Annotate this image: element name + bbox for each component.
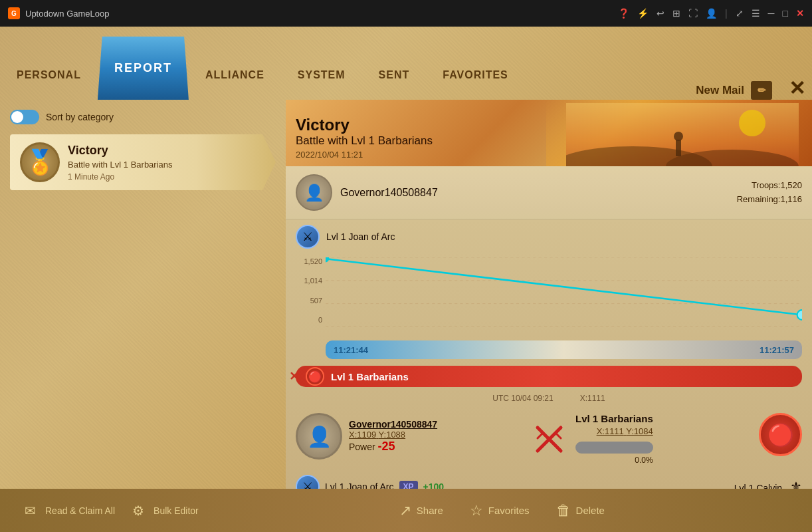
chart-y-labels: 1,520 1,014 507 0 (296, 257, 322, 324)
header-background-art (566, 103, 799, 166)
y-label-mid1: 1,014 (296, 277, 322, 285)
user-icon[interactable]: 👤 (706, 8, 717, 19)
mail-title: Victory (68, 144, 266, 158)
flash-icon[interactable]: ⚡ (637, 8, 649, 19)
battle-swords-icon (529, 419, 569, 459)
read-claim-label: Read & Claim All (45, 505, 115, 516)
enemy-avatar: 🔴 (759, 413, 802, 456)
commander-bottom-row: ⚔ Lvl 1 Joan of Arc XP +100 Lvl 1 Calvin… (286, 471, 812, 489)
barbarians-bar: 🔴 Lvl 1 Barbarians (296, 366, 802, 387)
health-pct: 0.0% (575, 456, 653, 465)
tab-report[interactable]: REPORT (98, 37, 189, 100)
attacker-commander: ⚔ Lvl 1 Joan of Arc XP +100 (296, 475, 444, 489)
delete-button[interactable]: 🗑 Delete (556, 502, 605, 519)
bulk-editor-button[interactable]: ⚙ Bulk Editor (128, 501, 199, 521)
sort-toggle[interactable] (10, 110, 39, 124)
battle-utc: UTC 10/04 09:21 (492, 394, 553, 403)
star-icon: ☆ (470, 502, 483, 519)
xp-badge: XP (399, 481, 418, 489)
favorites-button[interactable]: ☆ Favorites (470, 502, 530, 519)
chart-container: 1,520 1,014 507 0 (296, 257, 802, 337)
help-icon[interactable]: ❓ (618, 8, 629, 19)
barbarians-section: 🔴 Lvl 1 Barbarians ✕ (296, 366, 802, 387)
tab-personal[interactable]: PERSONAL (0, 50, 98, 100)
title-bar: G Uptodown GameLoop ❓ ⚡ ↩ ⊞ ⛶ 👤 | ⤢ ☰ ─ … (0, 0, 812, 27)
delete-label: Delete (576, 505, 605, 516)
x-mark: ✕ (289, 369, 299, 384)
sort-label: Sort by category (46, 112, 114, 122)
barbarian-icon: 🔴 (306, 367, 324, 386)
battle-result: 👤 Governor140508847 X:1109 Y:1088 Power … (286, 406, 812, 471)
title-bar-controls: ❓ ⚡ ↩ ⊞ ⛶ 👤 | ⤢ ☰ ─ □ ✕ (618, 8, 804, 19)
trash-icon: 🗑 (556, 502, 571, 519)
attacker-commander-name: Lvl 1 Joan of Arc (325, 481, 394, 489)
minimize-icon[interactable]: ─ (768, 8, 775, 19)
menu-icon[interactable]: ☰ (752, 8, 760, 19)
main-close-button[interactable]: ✕ (782, 76, 812, 100)
compose-button[interactable]: ✏ (751, 81, 772, 100)
detail-title-block: Victory Battle with Lvl 1 Barbarians 202… (296, 116, 433, 160)
tab-alliance[interactable]: ALLIANCE (189, 50, 281, 100)
svg-rect-4 (676, 140, 681, 156)
read-claim-button[interactable]: ✉ Read & Claim All (20, 501, 115, 521)
commander-icon: ⚔ (296, 225, 320, 249)
share-button[interactable]: ↗ Share (399, 502, 443, 519)
mail-icon (20, 142, 60, 182)
grid-icon[interactable]: ⊞ (672, 8, 680, 19)
share-icon: ↗ (399, 502, 411, 519)
resize-icon[interactable]: ⤢ (736, 8, 744, 19)
result-attacker-coords: X:1109 Y:1088 (349, 430, 522, 440)
svg-point-11 (797, 310, 802, 320)
barbarian-name: Lvl 1 Barbarians (331, 371, 409, 382)
undo-icon[interactable]: ↩ (657, 8, 664, 19)
tab-sent[interactable]: SENT (362, 50, 427, 100)
mail-info: Victory Battle with Lvl 1 Barbarians 1 M… (68, 144, 266, 182)
detail-header: Victory Battle with Lvl 1 Barbarians 202… (286, 100, 812, 166)
tab-favorites[interactable]: FAVORITES (426, 50, 525, 100)
expand-icon[interactable]: ⛶ (688, 8, 698, 19)
new-mail-section: New Mail ✏ (686, 81, 782, 100)
time-end: 11:21:57 (760, 345, 794, 355)
chart-svg (326, 257, 802, 327)
svg-point-1 (739, 110, 765, 136)
health-bar (575, 442, 653, 454)
governor-avatar: 👤 (296, 174, 332, 211)
chart-time-bar: 11:21:44 11:21:57 (326, 340, 802, 359)
sort-bar: Sort by category (10, 110, 276, 124)
app-icon: G (8, 7, 20, 19)
result-right: Lvl 1 Barbarians X:1111 Y:1084 0.0% 🔴 (575, 413, 802, 465)
new-mail-label: New Mail (696, 84, 744, 97)
defender-commander: Lvl 1 Calvin ⚜ (734, 479, 802, 489)
victory-badge (23, 146, 56, 179)
read-claim-icon: ✉ (20, 501, 40, 521)
titlebar-close-button[interactable]: ✕ (796, 8, 804, 19)
result-avatar: 👤 (296, 413, 342, 460)
detail-panel: Victory Battle with Lvl 1 Barbarians 202… (286, 100, 812, 489)
bulk-editor-icon: ⚙ (128, 501, 148, 521)
main-content: PERSONAL REPORT ALLIANCE SYSTEM SENT FAV… (0, 27, 812, 532)
chart-area: 1,520 1,014 507 0 (286, 254, 812, 359)
detail-subtitle: Battle with Lvl 1 Barbarians (296, 134, 433, 148)
result-power: Power -25 (349, 440, 522, 454)
tabs-row: PERSONAL REPORT ALLIANCE SYSTEM SENT FAV… (0, 27, 812, 100)
mail-time: 1 Minute Ago (68, 172, 266, 182)
app-name: Uptodown GameLoop (25, 9, 109, 19)
y-label-max: 1,520 (296, 257, 322, 265)
commander-row: ⚔ Lvl 1 Joan of Arc (286, 219, 812, 254)
battle-info: UTC 10/04 09:21 X:1111 (286, 394, 812, 403)
defender-commander-icon: ⚜ (790, 479, 802, 489)
troops-label: Troops:1,520 (737, 179, 802, 193)
bulk-editor-label: Bulk Editor (153, 505, 199, 516)
result-governor: 👤 Governor140508847 X:1109 Y:1088 Power … (296, 413, 522, 460)
mail-item[interactable]: Victory Battle with Lvl 1 Barbarians 1 M… (10, 134, 276, 190)
y-label-mid2: 507 (296, 297, 322, 305)
svg-point-5 (674, 132, 683, 141)
result-defender-info: Lvl 1 Barbarians X:1111 Y:1084 0.0% (575, 413, 653, 465)
y-label-min: 0 (296, 316, 322, 324)
tab-system[interactable]: SYSTEM (281, 50, 362, 100)
enemy-coords: X:1111 Y:1084 (575, 426, 653, 436)
maximize-icon[interactable]: □ (783, 8, 788, 19)
share-label: Share (417, 505, 443, 516)
remaining-label: Remaining:1,116 (737, 193, 802, 207)
bottom-bar: ✉ Read & Claim All ⚙ Bulk Editor ↗ Share… (0, 489, 812, 532)
